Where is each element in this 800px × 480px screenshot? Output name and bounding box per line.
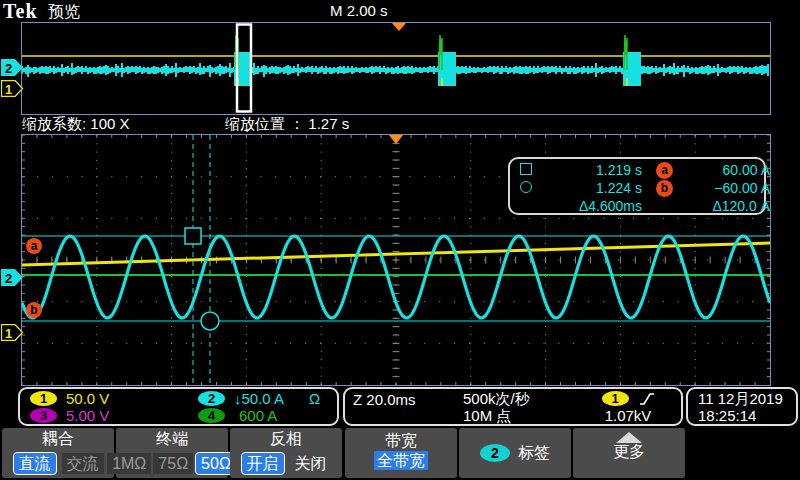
- trigger-source-badge: 1: [602, 391, 629, 406]
- ch2-impedance: Ω: [309, 390, 320, 407]
- cursor-a-value: 60.00 A: [680, 162, 772, 178]
- overview-waveform-strip[interactable]: [21, 22, 771, 115]
- more-title: 更多: [573, 442, 685, 463]
- cursor-b-value: −60.00 A: [680, 180, 772, 196]
- svg-text:1: 1: [5, 82, 12, 97]
- coupling-ac-option[interactable]: 交流: [62, 453, 104, 474]
- rising-edge-icon: [639, 392, 655, 406]
- ch1-badge: 1: [30, 391, 57, 406]
- menu-button-coupling[interactable]: 耦合 直流 交流: [2, 428, 114, 478]
- svg-text:1: 1: [5, 326, 12, 341]
- cursor-delta-value: Δ120.0 A: [680, 198, 772, 214]
- overview-waveform-plot: [22, 23, 770, 114]
- coupling-title: 耦合: [2, 428, 114, 450]
- cursor-delta-row: Δ4.600ms Δ120.0 A: [520, 197, 758, 215]
- cursor-b-marker[interactable]: b: [26, 302, 42, 318]
- invert-title: 反相: [230, 428, 342, 450]
- ch2-readout[interactable]: 2 ↓50.0 A Ω: [192, 390, 337, 407]
- ch3-badge: 3: [30, 408, 57, 423]
- ch1-readout[interactable]: 1 50.0 V: [24, 390, 192, 407]
- cursor-a-badge: a: [656, 162, 673, 179]
- time-readout: 18:25:14: [698, 407, 796, 424]
- ch4-readout[interactable]: 4 600 A: [192, 407, 337, 424]
- trigger-level-readout: 1.07kV: [583, 407, 673, 424]
- acquisition-readout-box[interactable]: Z 20.0ms 500k次/秒 10M 点 1 1.07kV: [343, 387, 683, 426]
- label-channel-badge: 2: [480, 444, 510, 462]
- label-title: 标签: [518, 443, 550, 464]
- ch3-readout[interactable]: 3 5.00 V: [24, 407, 192, 424]
- zoom-timebase-readout: Z 20.0ms: [353, 390, 463, 423]
- zoom-position-readout: 缩放位置 ： 1.27 s: [225, 115, 349, 134]
- ch1-marker-main[interactable]: 1: [1, 324, 24, 341]
- invert-off-option[interactable]: 关闭: [290, 453, 332, 474]
- termination-1mohm-option[interactable]: 1MΩ: [107, 453, 151, 474]
- ch2-marker-overview[interactable]: 2: [1, 59, 24, 76]
- svg-text:2: 2: [5, 271, 12, 286]
- menu-button-more[interactable]: 更多: [573, 428, 685, 478]
- ch1-marker-overview[interactable]: 1: [1, 80, 24, 97]
- ch2-scale: ↓50.0 A: [234, 390, 284, 407]
- cursor-readout-box: 1.219 s a 60.00 A 1.224 s b −60.00 A Δ4.…: [508, 157, 766, 215]
- sample-rate-readout: 500k次/秒: [463, 390, 583, 407]
- tek-logo: Tek: [3, 0, 38, 23]
- zoom-factor-readout: 缩放系数: 100 X: [22, 115, 130, 134]
- oscilloscope-screen: Tek 预览 M 2.00 s 2 1 缩放系数: 100 X 缩放位置 ： 1…: [0, 0, 800, 480]
- ch2-badge: 2: [198, 391, 225, 406]
- acquisition-status: 预览: [48, 2, 80, 23]
- invert-on-option[interactable]: 开启: [241, 452, 285, 475]
- ch4-badge: 4: [198, 408, 225, 423]
- cursor-delta-time: Δ4.600ms: [550, 198, 646, 214]
- menu-button-termination[interactable]: 终端 1MΩ 75Ω 50Ω: [116, 428, 228, 478]
- termination-75ohm-option[interactable]: 75Ω: [153, 453, 193, 474]
- menu-button-bandwidth[interactable]: 带宽 全带宽: [345, 428, 457, 478]
- cursor-row-b: 1.224 s b −60.00 A: [520, 179, 758, 197]
- svg-text:2: 2: [5, 61, 12, 76]
- datetime-box: 11 12月2019 18:25:14: [686, 387, 798, 426]
- ch2-marker-main[interactable]: 2: [1, 269, 24, 286]
- ch1-scale: 50.0 V: [66, 390, 109, 407]
- record-length-readout: 10M 点: [463, 407, 583, 424]
- termination-title: 终端: [116, 428, 228, 450]
- cursor-a-time: 1.219 s: [550, 162, 646, 178]
- square-cursor-icon: [520, 163, 532, 175]
- main-timebase-readout: M 2.00 s: [330, 2, 388, 19]
- date-readout: 11 12月2019: [698, 390, 796, 407]
- ch4-scale: 600 A: [234, 407, 277, 424]
- cursor-b-badge: b: [656, 180, 673, 197]
- cursor-b-time: 1.224 s: [550, 180, 646, 196]
- menu-button-invert[interactable]: 反相 开启 关闭: [230, 428, 342, 478]
- channel-readouts-box[interactable]: 1 50.0 V 2 ↓50.0 A Ω 3 5.00 V 4 600 A: [18, 387, 339, 426]
- cursor-row-a: 1.219 s a 60.00 A: [520, 161, 758, 179]
- ch3-scale: 5.00 V: [66, 407, 109, 424]
- bandwidth-title: 带宽: [345, 428, 457, 451]
- bandwidth-selected-option[interactable]: 全带宽: [374, 451, 428, 470]
- menu-button-label[interactable]: 2 标签: [459, 428, 571, 478]
- cursor-a-marker[interactable]: a: [26, 238, 42, 254]
- coupling-dc-option[interactable]: 直流: [13, 452, 57, 475]
- circle-cursor-icon: [520, 181, 532, 193]
